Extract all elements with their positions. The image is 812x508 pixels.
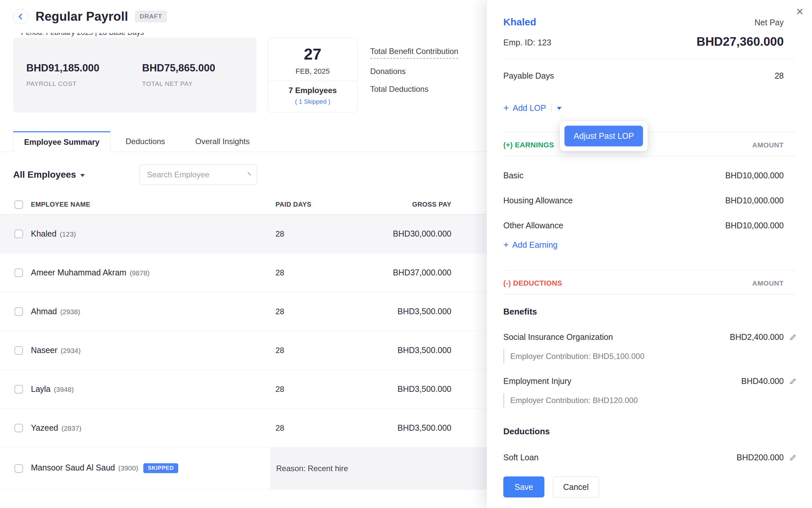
employee-name: Ameer Muhammad Akram — [31, 268, 126, 278]
employee-name-cell: Naseer (2934) — [31, 345, 268, 355]
employee-name: Yazeed — [31, 423, 58, 433]
table-row[interactable]: Naseer (2934) 28 BHD3,500.000 — [0, 331, 486, 370]
add-lop-dropdown-menu: Adjust Past LOP — [560, 121, 648, 151]
edit-icon[interactable] — [789, 377, 797, 385]
gross-pay-value: BHD3,500.000 — [397, 384, 451, 394]
divider — [503, 58, 796, 59]
paid-days-value: 28 — [276, 268, 374, 278]
payroll-cost-label: PAYROLL COST — [26, 80, 99, 87]
cost-summary-card: BHD91,185.000 PAYROLL COST BHD75,865.000… — [13, 38, 256, 113]
earning-item: Other Allowance BHD10,000.000 — [503, 213, 796, 238]
earning-label: Other Allowance — [503, 220, 563, 230]
skipped-count-link[interactable]: ( 1 Skipped ) — [268, 97, 357, 106]
column-gross-pay: GROSS PAY — [412, 201, 451, 208]
earning-amount: BHD10,000.000 — [725, 196, 784, 205]
employee-name: Ahmad — [31, 307, 57, 316]
divider — [551, 103, 552, 113]
drawer-header-row: Khaled Net Pay — [503, 0, 796, 28]
employee-table: EMPLOYEE NAME PAID DAYS GROSS PAY Khaled… — [0, 195, 486, 490]
gross-pay-value: BHD3,500.000 — [397, 345, 451, 355]
plus-icon: + — [503, 103, 509, 113]
tab-deductions[interactable]: Deductions — [110, 131, 180, 152]
select-all-checkbox[interactable] — [14, 200, 23, 209]
employee-name-cell: Mansoor Saud Al Saud (3900) SKIPPED — [31, 463, 268, 474]
tab-overall-insights[interactable]: Overall Insights — [180, 131, 265, 152]
employee-id: (2837) — [61, 424, 82, 432]
add-lop-label: Add LOP — [513, 103, 546, 113]
employee-id: (3948) — [54, 386, 74, 393]
deduction-label: Employment Injury — [503, 376, 571, 386]
table-row[interactable]: Ahmad (2938) 28 BHD3,500.000 — [0, 292, 486, 331]
deductions-amount-header: AMOUNT — [752, 279, 784, 287]
earnings-header-label: (+) EARNINGS — [503, 141, 554, 150]
table-header: EMPLOYEE NAME PAID DAYS GROSS PAY — [0, 195, 486, 214]
payroll-summary: BHD91,185.000 PAYROLL COST BHD75,865.000… — [13, 38, 458, 113]
payable-days-label: Payable Days — [503, 71, 554, 81]
employee-name: Khaled — [31, 229, 56, 239]
search-input[interactable] — [147, 170, 249, 179]
drawer-content: Khaled Net Pay Emp. ID: 123 BHD27,360.00… — [487, 0, 812, 508]
save-button[interactable]: Save — [503, 476, 544, 498]
tab-employee-summary[interactable]: Employee Summary — [13, 131, 110, 152]
edit-icon[interactable] — [789, 333, 797, 341]
payroll-cost-value: BHD91,185.000 — [26, 62, 99, 74]
row-checkbox[interactable] — [14, 307, 23, 316]
skipped-badge: SKIPPED — [143, 463, 178, 473]
page-header: Regular Payroll DRAFT — [0, 0, 486, 33]
total-net-pay-block: BHD75,865.000 TOTAL NET PAY — [142, 62, 215, 113]
paid-days-value: 28 — [276, 346, 374, 355]
employee-id: (2938) — [60, 308, 80, 316]
total-deductions-link[interactable]: Total Deductions — [370, 84, 428, 94]
adjust-past-lop-menu-item[interactable]: Adjust Past LOP — [565, 126, 643, 146]
table-row[interactable]: Yazeed (2837) 28 BHD3,500.000 — [0, 409, 486, 448]
table-row[interactable]: Ameer Muhammad Akram (9878) 28 BHD37,000… — [0, 253, 486, 292]
edit-icon[interactable] — [789, 453, 797, 461]
earning-amount: BHD10,000.000 — [725, 170, 784, 180]
row-checkbox[interactable] — [14, 346, 23, 355]
add-earning-button[interactable]: + Add Earning — [503, 240, 558, 250]
status-badge: DRAFT — [135, 10, 167, 23]
gross-pay-value: BHD3,500.000 — [397, 423, 451, 433]
earning-label: Housing Allowance — [503, 196, 573, 205]
earning-amount: BHD10,000.000 — [725, 220, 784, 230]
employee-filter-label: All Employees — [13, 169, 76, 180]
row-checkbox[interactable] — [14, 230, 23, 238]
employee-filter-dropdown[interactable]: All Employees — [13, 169, 85, 180]
payable-days-value: 28 — [774, 71, 784, 81]
deduction-label: Soft Loan — [503, 453, 538, 462]
deduction-group-title: Deductions — [503, 426, 796, 436]
caret-down-icon — [80, 174, 85, 177]
drawer-employee-name-link[interactable]: Khaled — [503, 16, 536, 28]
add-lop-button[interactable]: + Add LOP — [503, 102, 562, 114]
row-checkbox[interactable] — [14, 385, 23, 393]
employee-name-cell: Ahmad (2938) — [31, 307, 268, 316]
employee-search-combobox[interactable] — [139, 165, 257, 185]
total-benefit-contribution-link[interactable]: Total Benefit Contribution — [370, 46, 458, 58]
paid-days-value: 28 — [276, 229, 374, 239]
employee-name-cell: Khaled (123) — [31, 229, 268, 239]
table-row[interactable]: Mansoor Saud Al Saud (3900) SKIPPED Reas… — [0, 448, 486, 490]
earning-label: Basic — [503, 170, 523, 180]
row-checkbox[interactable] — [14, 268, 23, 277]
gross-pay-value: BHD37,000.000 — [393, 268, 451, 278]
donations-link[interactable]: Donations — [370, 67, 406, 76]
earning-item: Basic BHD10,000.000 — [503, 163, 796, 188]
drawer-footer: Save Cancel — [487, 470, 812, 508]
table-row[interactable]: Layla (3948) 28 BHD3,500.000 — [0, 370, 486, 409]
earnings-list: Basic BHD10,000.000 Housing Allowance BH… — [503, 156, 796, 250]
table-row[interactable]: Khaled (123) 28 BHD30,000.000 — [0, 214, 486, 253]
back-button[interactable] — [13, 9, 28, 24]
deduction-item: Employment Injury BHD40.000 — [503, 376, 796, 386]
total-net-pay-value: BHD75,865.000 — [142, 62, 215, 74]
row-checkbox[interactable] — [14, 424, 23, 432]
plus-icon: + — [503, 240, 509, 250]
paid-days-value: 28 — [276, 423, 374, 433]
main-content: Period: February 2025 | 28 Base Days Reg… — [0, 0, 486, 508]
deduction-label: Social Insurance Organization — [503, 332, 613, 342]
pay-date-month-year: FEB, 2025 — [268, 67, 357, 76]
page-title: Regular Payroll — [36, 9, 128, 24]
row-checkbox[interactable] — [14, 464, 23, 473]
caret-down-icon[interactable] — [557, 107, 562, 110]
tab-bar: Employee Summary Deductions Overall Insi… — [0, 131, 486, 152]
cancel-button[interactable]: Cancel — [553, 476, 599, 498]
